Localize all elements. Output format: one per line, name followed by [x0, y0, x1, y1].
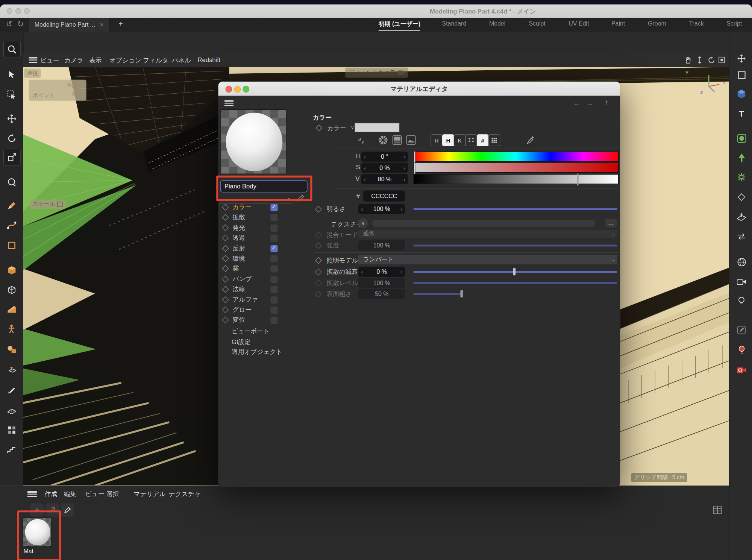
viewport-menu-filter[interactable]: フィルタ	[143, 56, 168, 65]
value-caret[interactable]	[577, 174, 578, 186]
brightness-slider[interactable]	[413, 208, 617, 210]
channel-alpha-checkbox[interactable]	[270, 296, 277, 304]
value-spinner[interactable]: ‹80 %›	[361, 174, 408, 184]
lighting-chevron-icon[interactable]: ⌄	[611, 256, 616, 262]
channel-transparency[interactable]: 透過	[221, 233, 303, 243]
scale-icon[interactable]	[3, 149, 21, 166]
generator-sphere-icon[interactable]	[736, 132, 747, 144]
page-gi-settings[interactable]: GI設定	[232, 338, 251, 346]
brightness-spinner[interactable]: ‹100 %›	[358, 204, 405, 214]
wedge-icon[interactable]	[3, 301, 20, 317]
layout-tab-groom[interactable]: Groom	[648, 20, 666, 27]
hex-value-field[interactable]: CCCCCC	[363, 190, 405, 201]
edit-box-icon[interactable]	[736, 324, 747, 336]
viewport-menu-redshift[interactable]: Redshift	[198, 56, 221, 63]
channel-displacement-checkbox[interactable]	[270, 316, 277, 323]
mode-k-button[interactable]: K	[454, 134, 466, 146]
viewport-menu-view[interactable]: ビュー	[40, 56, 59, 65]
channel-reflectance-checkbox[interactable]	[270, 245, 277, 252]
texture-dropdown-icon[interactable]: ∨	[358, 218, 368, 228]
materials-menu-select[interactable]: 選択	[106, 490, 119, 498]
window-minimize-button[interactable]	[15, 8, 21, 14]
falloff-spinner[interactable]: ‹0 %›	[358, 267, 405, 277]
floor-plane-icon[interactable]	[736, 211, 747, 223]
saturation-gradient-slider[interactable]	[413, 162, 619, 173]
layout-tab-default[interactable]: 初期 (ユーザー)	[379, 20, 420, 31]
falloff-slider[interactable]	[413, 271, 617, 273]
layout-tab-track[interactable]: Track	[689, 20, 703, 27]
workplane-axis-icon[interactable]	[3, 362, 20, 378]
redo-icon[interactable]: ↻	[15, 19, 26, 30]
material-name-input[interactable]	[220, 181, 307, 193]
mode-mixer-icon[interactable]	[465, 134, 477, 146]
channel-luminance-checkbox[interactable]	[270, 224, 277, 231]
pan-hand-icon[interactable]	[683, 55, 693, 65]
move-icon[interactable]	[3, 110, 20, 126]
nav-back-icon[interactable]: ←	[573, 99, 580, 107]
material-editor-titlebar[interactable]: マテリアルエディタ	[218, 82, 620, 96]
orbit-icon[interactable]	[706, 55, 717, 65]
instance-icon[interactable]	[3, 282, 20, 298]
field-diamond-icon[interactable]	[736, 191, 747, 203]
select-cursor-icon[interactable]	[3, 66, 20, 82]
window-zoom-button[interactable]	[24, 8, 30, 14]
channel-glow[interactable]: グロー	[221, 305, 303, 315]
nav-up-icon[interactable]: ↑	[605, 98, 608, 106]
layout-tab-script[interactable]: Script	[726, 20, 742, 27]
dolly-icon[interactable]	[694, 55, 705, 65]
color-key-diamond[interactable]	[315, 125, 322, 132]
steps-icon[interactable]	[3, 442, 20, 458]
material-preview[interactable]	[221, 109, 287, 174]
channel-normal[interactable]: 法線	[221, 284, 303, 294]
color-swatch[interactable]	[355, 123, 400, 133]
viewport-menu-display[interactable]: 表示	[89, 56, 102, 65]
lighting-key-diamond[interactable]	[315, 257, 322, 264]
mode-r-button[interactable]: R	[431, 134, 443, 146]
rect-select-icon[interactable]	[3, 87, 20, 103]
channel-color-checkbox[interactable]	[270, 203, 277, 211]
close-tab-icon[interactable]: ×	[100, 21, 104, 28]
page-assign-objects[interactable]: 適用オブジェクト	[232, 348, 282, 357]
viewport-menu-options[interactable]: オプション	[109, 56, 141, 65]
nav-forward-icon[interactable]: →	[587, 99, 594, 107]
texture-path-field[interactable]	[372, 220, 595, 227]
gradient-spectrum-icon[interactable]	[391, 134, 402, 145]
hue-gradient-slider[interactable]	[413, 152, 619, 162]
channel-displacement[interactable]: 変位	[221, 315, 303, 325]
channel-bump[interactable]: バンプ	[221, 275, 303, 284]
page-viewport[interactable]: ビューポート	[232, 327, 270, 336]
pen-icon[interactable]	[3, 197, 20, 213]
search-icon[interactable]	[3, 41, 21, 58]
falloff-key-diamond[interactable]	[315, 269, 322, 275]
add-material-icon[interactable]: ＋	[30, 503, 44, 517]
layout-tab-standard[interactable]: Standard	[442, 20, 467, 27]
share-material-icon[interactable]	[45, 503, 59, 517]
undo-icon[interactable]: ↺	[4, 19, 14, 30]
layout-tab-model[interactable]: Model	[489, 20, 505, 27]
channel-environment[interactable]: 環境	[221, 254, 303, 264]
environment-globe-icon[interactable]	[736, 256, 747, 268]
value-gradient-slider[interactable]	[413, 174, 619, 184]
knife-icon[interactable]	[3, 382, 20, 399]
edit-pencil-icon[interactable]	[297, 194, 305, 201]
material-thumbnail[interactable]	[23, 518, 52, 547]
light-bulb-icon[interactable]	[736, 295, 747, 307]
eyedropper-icon[interactable]	[525, 134, 536, 145]
cube-primitive-icon[interactable]	[3, 262, 20, 278]
falloff-slider-handle[interactable]	[513, 268, 515, 275]
camera-object-icon[interactable]	[736, 276, 747, 287]
lighting-dropdown[interactable]: ランバート	[358, 255, 617, 264]
layout-tab-sculpt[interactable]: Sculpt	[529, 20, 545, 27]
channel-glow-checkbox[interactable]	[270, 306, 277, 313]
channel-environment-checkbox[interactable]	[270, 255, 277, 262]
materials-menu-edit[interactable]: 編集	[64, 490, 76, 498]
mode-swatches-icon[interactable]	[488, 134, 500, 146]
saturation-spinner[interactable]: ‹0 %›	[361, 162, 408, 173]
clone-array-icon[interactable]	[3, 422, 20, 438]
channel-diffusion-checkbox[interactable]	[270, 214, 277, 221]
channel-diffusion[interactable]: 拡散	[221, 212, 303, 222]
viewport-menu-camera[interactable]: カメラ	[64, 56, 83, 65]
hue-caret[interactable]	[414, 151, 415, 163]
layer-manager-icon[interactable]	[713, 505, 722, 514]
live-select-icon[interactable]	[3, 174, 20, 190]
